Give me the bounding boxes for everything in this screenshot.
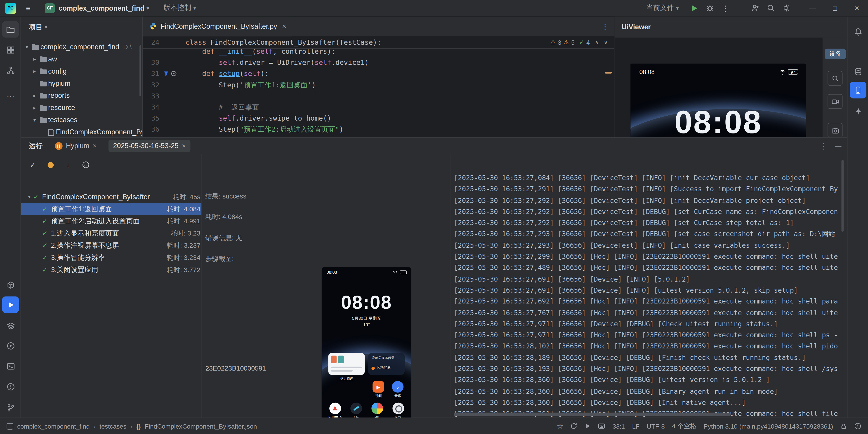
tree-toggle-icon[interactable]: ▸: [31, 93, 38, 98]
sync-icon[interactable]: [570, 423, 578, 430]
dock-themes[interactable]: 主题: [347, 403, 365, 418]
problems-tool-icon[interactable]: [2, 378, 19, 395]
project-panel-header[interactable]: 项目 ▾: [21, 16, 142, 37]
tree-toggle-icon[interactable]: ▾: [23, 44, 31, 50]
settings-gear-icon[interactable]: [778, 0, 794, 16]
filter-ignored-icon[interactable]: [44, 159, 57, 171]
caret-position[interactable]: 33:1: [613, 423, 625, 429]
editor-tab[interactable]: FindComplexComponent_ByIsafter.py ×: [143, 16, 292, 36]
project-tree-item[interactable]: FindComplexComponent_ByIsafter: [21, 126, 142, 137]
code-with-me-icon[interactable]: [747, 0, 763, 16]
project-tree-item[interactable]: ▾testcases: [21, 114, 142, 126]
test-tree-item[interactable]: ✓3.关闭设置应用耗时: 3.772: [21, 264, 202, 276]
project-tree-item[interactable]: ▸aw: [21, 53, 142, 65]
next-problem-icon[interactable]: ∨: [604, 39, 608, 45]
log-section[interactable]: [2025-05-30 16:53:27,084] [36656] [Devic…: [451, 154, 844, 418]
dock-gallery[interactable]: 图库: [368, 403, 386, 418]
project-tree-item[interactable]: ▾complex_component_findD:\: [21, 41, 142, 53]
project-tree-item[interactable]: ▸config: [21, 65, 142, 77]
structure-tool-icon[interactable]: [2, 62, 19, 78]
filter-passed-icon[interactable]: ✓: [27, 159, 39, 171]
dock-settings[interactable]: 设置: [389, 403, 407, 418]
panel-options-icon[interactable]: ⋮: [819, 142, 827, 151]
project-tool-icon[interactable]: [2, 21, 19, 37]
project-tree-item[interactable]: ▸resource: [21, 102, 142, 114]
hide-panel-icon[interactable]: —: [835, 142, 841, 150]
project-tree-item[interactable]: hypium: [21, 77, 142, 90]
tree-toggle-icon[interactable]: ▾: [26, 194, 33, 200]
file-encoding[interactable]: UTF-8: [647, 423, 665, 429]
device-select-button[interactable]: 设备: [825, 49, 846, 59]
log-vertical-scrollbar[interactable]: [841, 160, 844, 232]
tree-toggle-icon[interactable]: ▾: [31, 117, 38, 123]
more-actions-icon[interactable]: ⋮: [717, 0, 733, 16]
services-tool-icon[interactable]: [2, 318, 19, 334]
step-screenshot[interactable]: 08:08 08:08 5月30日 星期五 19°: [322, 267, 411, 418]
breadcrumb[interactable]: FindComplexComponent_ByIsafter.json: [145, 423, 257, 429]
app-video[interactable]: ▶ 视频: [373, 381, 384, 399]
plugins-tool-icon[interactable]: [2, 41, 19, 58]
main-menu-icon[interactable]: ≡: [21, 0, 36, 16]
tab-hypium[interactable]: H Hypium ×: [51, 140, 101, 152]
tool-window-title[interactable]: 运行: [29, 141, 42, 151]
test-tree-item[interactable]: ✓预置工作1:返回桌面耗时: 4.084: [21, 203, 202, 215]
project-scrollbar[interactable]: [140, 45, 141, 96]
notifications-bell-icon[interactable]: [850, 23, 866, 40]
indent-style[interactable]: 4 个空格: [672, 422, 696, 430]
prev-problem-icon[interactable]: ∧: [595, 39, 599, 45]
run-status-icon[interactable]: [585, 423, 591, 429]
test-options-icon[interactable]: [80, 159, 92, 171]
expand-all-icon[interactable]: ↓: [62, 159, 74, 171]
close-tab-icon[interactable]: ×: [93, 142, 96, 150]
lock-icon[interactable]: [840, 423, 847, 429]
project-widget[interactable]: CF complex_component_find ▾: [45, 3, 149, 13]
tree-toggle-icon[interactable]: ▸: [31, 57, 38, 62]
test-tree-item[interactable]: ✓1.进入显示和亮度页面耗时: 3.23: [21, 227, 202, 240]
breadcrumb[interactable]: testcases: [99, 423, 126, 429]
reading-widget-card[interactable]: [328, 353, 365, 375]
vcs-branch-tool-icon[interactable]: [2, 399, 19, 416]
test-tree-item[interactable]: ✓2.操作注视屏幕不息屏耗时: 3.237: [21, 239, 202, 252]
maximize-button[interactable]: □: [824, 0, 846, 16]
tab-test-run[interactable]: 2025-05-30-16-53-25 ×: [109, 140, 190, 152]
inspections-widget[interactable]: ⚠ 3 ⚠ 5 ✓ 4 ∧ ∨: [550, 39, 608, 46]
tree-toggle-icon[interactable]: ▸: [31, 105, 38, 110]
vcs-widget[interactable]: 版本控制 ▾: [163, 3, 196, 13]
terminal-tool-icon[interactable]: [2, 358, 19, 374]
run-button[interactable]: [686, 0, 702, 16]
tab-list-icon[interactable]: ⋮: [601, 22, 609, 31]
ime-widget-icon[interactable]: [598, 423, 605, 430]
record-screen-icon[interactable]: [828, 94, 842, 109]
scrollbar-thumb[interactable]: [454, 412, 731, 416]
python-interpreter[interactable]: Python 3.10 (main.py4109480143175928361): [704, 423, 833, 429]
health-widget-card[interactable]: 登录后显示步数 运动健康: [368, 353, 405, 375]
app-music[interactable]: ♪ 音乐: [392, 381, 403, 399]
log-horizontal-scrollbar[interactable]: [454, 412, 839, 416]
minimize-button[interactable]: —: [802, 0, 824, 16]
notifications-icon[interactable]: [854, 423, 862, 430]
test-tree-item[interactable]: ✓预置工作2:启动进入设置页面耗时: 4.991: [21, 215, 202, 227]
test-tree-item[interactable]: ✓3.操作智能分辨率耗时: 3.234: [21, 252, 202, 264]
project-tree-item[interactable]: ▸reports: [21, 90, 142, 102]
code-editor[interactable]: def __init__(self, controllers):30 self.…: [143, 49, 615, 137]
debug-button[interactable]: [702, 0, 717, 16]
more-tool-windows-icon[interactable]: ⋯: [2, 88, 19, 104]
python-packages-tool-icon[interactable]: [2, 276, 19, 293]
line-ending[interactable]: LF: [632, 423, 640, 429]
inspect-element-icon[interactable]: [828, 71, 842, 86]
test-tree-item[interactable]: ▾✓FindComplexComponent_ByIsafter耗时: 45s: [21, 191, 202, 203]
device-screen-mirror[interactable]: 08:08 97 08:08: [630, 64, 806, 137]
search-icon[interactable]: [763, 0, 778, 16]
close-tab-icon[interactable]: ×: [282, 22, 286, 31]
uiviewer-tool-icon[interactable]: [850, 82, 866, 98]
breadcrumb[interactable]: complex_component_find: [17, 423, 90, 429]
uiviewer-header[interactable]: UiViewer: [614, 16, 847, 37]
run-tool-icon[interactable]: [2, 297, 19, 313]
database-tool-icon[interactable]: [850, 63, 866, 79]
favorites-star-icon[interactable]: ☆: [557, 422, 563, 430]
ai-assistant-icon[interactable]: [850, 103, 866, 120]
dock-appgallery[interactable]: 应用市场: [326, 403, 344, 418]
pycharm-logo-icon[interactable]: PC: [5, 2, 16, 13]
profiler-tool-icon[interactable]: [2, 337, 19, 354]
close-button[interactable]: ×: [846, 0, 868, 16]
